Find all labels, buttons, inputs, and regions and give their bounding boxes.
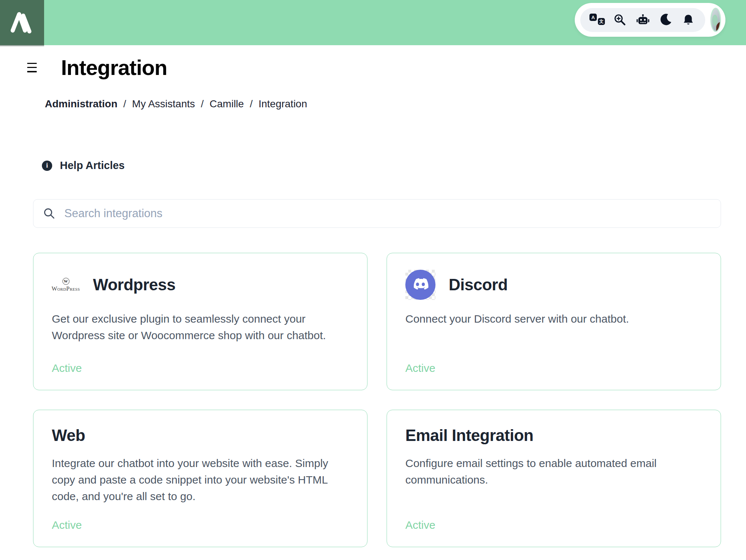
wordpress-wordmark: WordPress: [51, 286, 80, 292]
icons-tray: A 文: [580, 8, 705, 32]
card-title: Wordpress: [93, 276, 176, 294]
search-input[interactable]: [64, 207, 711, 220]
top-header: A 文: [0, 0, 746, 45]
card-head: Discord: [405, 269, 702, 300]
integration-card-email[interactable]: Email Integration Configure email settin…: [387, 410, 721, 547]
status-badge: Active: [405, 351, 702, 374]
search-icon: [43, 207, 55, 220]
title-row: Integration: [33, 55, 721, 80]
card-head: W WordPress Wordpress: [52, 269, 349, 300]
robot-icon: [636, 14, 650, 26]
card-description: Get our exclusive plugin to seamlessly c…: [52, 310, 349, 344]
wordpress-logo: W WordPress: [52, 278, 80, 292]
card-description: Integrate our chatbot into your website …: [52, 455, 349, 505]
card-description: Configure email settings to enable autom…: [405, 455, 702, 488]
integration-card-web[interactable]: Web Integrate our chatbot into your webs…: [33, 410, 367, 547]
breadcrumb-item-my-assistants[interactable]: My Assistants: [132, 98, 195, 110]
zoom-in-icon: [613, 13, 627, 26]
status-badge: Active: [52, 508, 349, 531]
info-icon: i: [42, 161, 52, 171]
card-head: Email Integration: [405, 426, 702, 445]
card-title: Email Integration: [405, 426, 533, 445]
breadcrumb: Administration / My Assistants / Camille…: [45, 98, 721, 110]
discord-icon: [405, 270, 435, 300]
robot-button[interactable]: [633, 10, 652, 29]
breadcrumb-separator: /: [201, 98, 204, 110]
dark-mode-button[interactable]: [656, 10, 675, 29]
integration-cards-grid: W WordPress Wordpress Get our exclusive …: [33, 253, 721, 547]
card-head: Web: [52, 426, 349, 445]
integration-card-wordpress[interactable]: W WordPress Wordpress Get our exclusive …: [33, 253, 367, 390]
breadcrumb-item-camille[interactable]: Camille: [209, 98, 244, 110]
breadcrumb-item-administration[interactable]: Administration: [45, 98, 118, 110]
card-title: Discord: [449, 276, 508, 294]
breadcrumb-item-integration: Integration: [258, 98, 307, 110]
translate-icon: A 文: [589, 14, 605, 26]
translate-glyph-a: A: [589, 14, 597, 21]
main-content: Integration Administration / My Assistan…: [0, 55, 746, 547]
translate-button[interactable]: A 文: [588, 10, 607, 29]
brand-logo[interactable]: [0, 0, 44, 45]
help-articles-link[interactable]: i Help Articles: [42, 159, 125, 172]
brand-a-mark-icon: [4, 5, 40, 41]
status-badge: Active: [405, 508, 702, 531]
search-box: [33, 199, 721, 228]
hamburger-menu-icon[interactable]: [27, 63, 38, 72]
status-badge: Active: [52, 351, 349, 374]
page-title: Integration: [61, 55, 167, 80]
bell-icon: [682, 14, 695, 26]
card-title: Web: [52, 426, 85, 445]
notifications-button[interactable]: [679, 10, 698, 29]
moon-icon: [659, 13, 673, 27]
toolbar-pill: A 文: [575, 3, 725, 37]
screen: A 文: [0, 0, 746, 560]
zoom-in-button[interactable]: [610, 10, 630, 29]
card-description: Connect your Discord server with our cha…: [405, 310, 702, 327]
wordpress-w-icon: W: [62, 278, 69, 285]
translate-glyph-b: 文: [598, 18, 605, 25]
help-articles-label: Help Articles: [60, 159, 125, 172]
user-avatar[interactable]: [710, 8, 721, 32]
breadcrumb-separator: /: [123, 98, 126, 110]
breadcrumb-separator: /: [250, 98, 253, 110]
integration-card-discord[interactable]: Discord Connect your Discord server with…: [387, 253, 721, 390]
discord-logo: [405, 270, 435, 300]
